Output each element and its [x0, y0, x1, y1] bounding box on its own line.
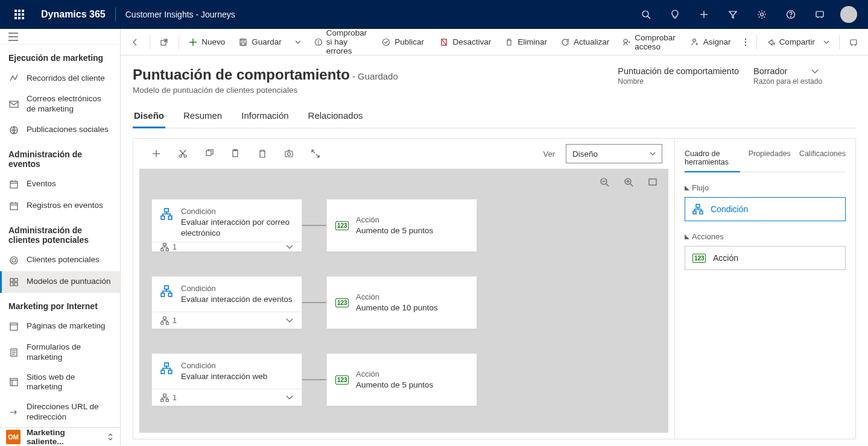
save-button[interactable]: Guardar: [232, 31, 288, 53]
tab-información[interactable]: Información: [240, 104, 290, 128]
connector: [302, 225, 326, 226]
main-content: Nuevo Guardar Comprobar si hay errores P…: [121, 29, 868, 446]
nav-label: Registros en eventos: [27, 201, 103, 211]
action-tile[interactable]: 123AcciónAumento de 5 puntos: [326, 353, 477, 406]
tab-resumen[interactable]: Resumen: [182, 104, 223, 128]
nav-item[interactable]: Correos electrónicos de marketing: [0, 89, 120, 119]
zoom-in-icon[interactable]: [621, 175, 636, 189]
svg-rect-89: [168, 293, 172, 297]
zoom-out-icon[interactable]: [597, 175, 612, 189]
svg-rect-5: [22, 13, 24, 16]
action-tile[interactable]: 123AcciónAumento de 5 puntos: [326, 199, 477, 252]
nav-item[interactable]: Clientes potenciales: [0, 250, 120, 271]
left-nav: Ejecución de marketingRecorridos del cli…: [0, 29, 121, 446]
panel-tab[interactable]: Cuadro de herramientas: [685, 145, 740, 172]
svg-rect-71: [285, 151, 293, 157]
svg-line-75: [606, 184, 609, 186]
assign-button[interactable]: Asignar: [684, 31, 737, 53]
nav-item[interactable]: Recorridos del cliente: [0, 68, 120, 89]
snapshot-icon[interactable]: [278, 143, 300, 165]
svg-rect-35: [10, 283, 13, 286]
svg-point-61: [744, 41, 746, 42]
svg-point-14: [761, 13, 764, 16]
back-button[interactable]: [124, 31, 146, 53]
help-icon[interactable]: [776, 0, 805, 29]
hamburger-icon[interactable]: [0, 29, 120, 45]
nav-item[interactable]: Páginas de marketing: [0, 316, 120, 338]
nav-label: Direcciones URL de redirección: [27, 402, 112, 422]
nav-item[interactable]: Registros en eventos: [0, 195, 120, 217]
condition-tool-label: Condición: [711, 204, 748, 214]
chevron-down-icon[interactable]: [286, 395, 293, 400]
paste-icon[interactable]: [225, 143, 247, 165]
lightbulb-icon[interactable]: [661, 0, 689, 29]
check-errors-button[interactable]: Comprobar si hay errores: [308, 31, 375, 53]
add-icon[interactable]: [145, 143, 167, 165]
expand-icon[interactable]: [305, 143, 326, 165]
condition-tool[interactable]: Condición: [685, 197, 846, 221]
meta-field[interactable]: BorradorRazón para el estado: [753, 66, 856, 86]
app-name[interactable]: Customer Insights - Journeys: [118, 10, 242, 19]
nav-icon: [8, 201, 19, 212]
user-avatar[interactable]: [834, 0, 863, 29]
meta-field[interactable]: Puntuación de comportamientoNombre: [618, 66, 739, 86]
nav-icon: [8, 277, 19, 287]
nav-item[interactable]: Publicaciones sociales: [0, 119, 120, 141]
chevron-down-icon[interactable]: [286, 245, 293, 250]
svg-point-54: [318, 43, 318, 44]
nav-item[interactable]: Formularios de marketing: [0, 338, 120, 368]
condition-tile[interactable]: CondiciónEvaluar interacción de eventos1: [151, 276, 302, 329]
record-title: Puntuación de comportamiento: [133, 66, 350, 83]
refresh-button[interactable]: Actualizar: [554, 31, 615, 53]
panel-tab[interactable]: Calificaciones: [799, 145, 846, 172]
overflow-button[interactable]: [738, 31, 753, 53]
condition-tile[interactable]: CondiciónEvaluar interacción web1: [151, 353, 302, 406]
svg-rect-86: [166, 248, 168, 251]
tile-title: Acción: [356, 215, 433, 224]
check-access-button[interactable]: Comprobar acceso: [616, 31, 683, 53]
svg-rect-17: [816, 11, 823, 17]
svg-rect-6: [14, 17, 17, 19]
open-assistant-button[interactable]: [843, 31, 864, 53]
app-switcher[interactable]: OM Marketing saliente...: [0, 427, 120, 446]
nav-item[interactable]: Modelos de puntuación: [0, 271, 120, 293]
new-button[interactable]: Nuevo: [182, 31, 231, 53]
design-canvas[interactable]: CondiciónEvaluar interacción por correo …: [139, 169, 668, 433]
action-tile[interactable]: 123AcciónAumento de 10 puntos: [326, 276, 477, 329]
settings-icon[interactable]: [747, 0, 776, 29]
app-switcher-label: Marketing saliente...: [27, 428, 101, 446]
condition-tile[interactable]: CondiciónEvaluar interacción por correo …: [151, 199, 302, 252]
plus-icon[interactable]: [689, 0, 718, 29]
fit-icon[interactable]: [645, 175, 660, 189]
popout-button[interactable]: [153, 31, 175, 53]
view-select[interactable]: Diseño: [566, 144, 662, 163]
condition-icon: [160, 285, 174, 298]
svg-rect-84: [163, 243, 166, 245]
tab-relacionados[interactable]: Relacionados: [307, 104, 364, 128]
share-button[interactable]: Compartir: [760, 31, 835, 53]
chevron-down-icon[interactable]: [286, 318, 293, 323]
tab-diseño[interactable]: Diseño: [133, 104, 165, 128]
divider: [115, 7, 116, 22]
cut-icon[interactable]: [172, 143, 194, 165]
nav-item[interactable]: Direcciones URL de redirección: [0, 397, 120, 427]
filter-icon[interactable]: [718, 0, 747, 29]
svg-rect-34: [14, 278, 17, 281]
action-tool[interactable]: 123 Acción: [685, 246, 846, 270]
action-icon: 123: [335, 375, 349, 385]
svg-rect-101: [700, 211, 703, 214]
publish-button[interactable]: Publicar: [375, 31, 430, 53]
search-icon[interactable]: [632, 0, 661, 29]
deactivate-button[interactable]: Desactivar: [433, 31, 497, 53]
delete-button[interactable]: Eliminar: [498, 31, 553, 53]
panel-tab[interactable]: Propiedades: [749, 145, 791, 172]
nav-item[interactable]: Eventos: [0, 174, 120, 195]
trash-icon[interactable]: [252, 143, 273, 165]
waffle-icon[interactable]: [5, 0, 34, 29]
entity-label: Modelo de puntuación de clientes potenci…: [133, 86, 398, 95]
copy-icon[interactable]: [198, 143, 220, 165]
nav-item[interactable]: Sitios web de marketing: [0, 368, 120, 398]
assistant-icon[interactable]: [805, 0, 834, 29]
svg-rect-36: [14, 283, 17, 286]
save-dropdown[interactable]: [289, 31, 307, 53]
